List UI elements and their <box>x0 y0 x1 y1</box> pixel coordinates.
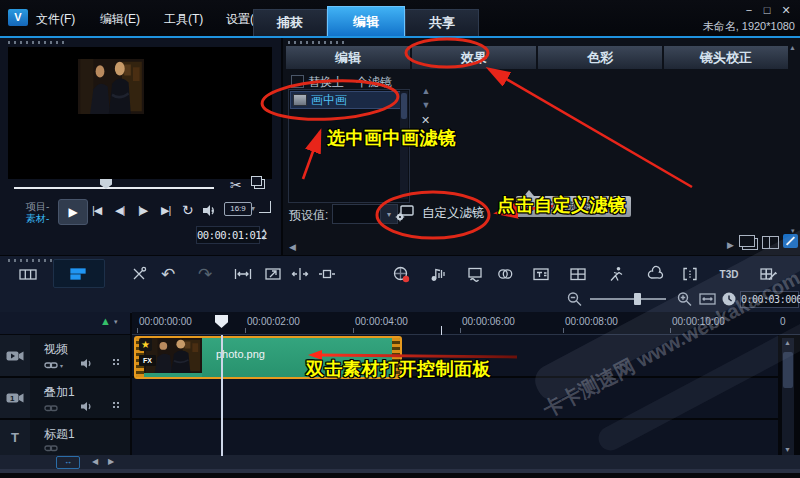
subtitle-editor-icon[interactable] <box>530 262 552 286</box>
clip-filename: photo.png <box>216 348 265 360</box>
menu-tools[interactable]: 工具(T) <box>164 11 203 28</box>
go-end-button[interactable]: ▶| <box>161 204 170 217</box>
customize-toolbar-icon[interactable] <box>128 262 150 286</box>
maximize-button[interactable]: □ <box>759 4 775 16</box>
track-header-video[interactable]: 视频 ▾ <box>0 335 130 378</box>
track-dither-icon[interactable] <box>112 358 121 367</box>
undo-icon[interactable]: ↶ <box>157 262 179 286</box>
clip-star-badge: ★ <box>139 338 152 351</box>
timeline-view-icon[interactable] <box>67 262 89 286</box>
filter-item-picture-in-picture[interactable]: 画中画 <box>290 91 402 109</box>
split-screen-template-icon[interactable] <box>567 262 589 286</box>
timeline-zoom-slider[interactable] <box>590 298 666 300</box>
adjust-screen-size-icon[interactable] <box>262 262 284 286</box>
chain-link-icon[interactable] <box>44 400 59 418</box>
clip-fx-badge: FX <box>139 355 156 366</box>
enlarge-preview-icon2 <box>251 176 262 186</box>
track-mute-icon[interactable] <box>80 401 94 412</box>
overlay-track-icon: 1 <box>0 378 30 418</box>
mask-creator-icon[interactable] <box>644 262 666 286</box>
motion-tracking-icon[interactable] <box>605 262 627 286</box>
scroll-down-icon[interactable]: ▼ <box>784 446 791 453</box>
play-button[interactable]: ▶ <box>58 199 88 225</box>
preview-video-area[interactable] <box>8 47 272 179</box>
option-tab-color[interactable]: 色彩 <box>538 46 662 69</box>
record-capture-icon[interactable] <box>390 262 412 286</box>
chain-caret-icon[interactable]: ▾ <box>60 362 63 369</box>
paint-creator-icon[interactable] <box>464 262 486 286</box>
option-tab-lens-correction[interactable]: 镜头校正 <box>664 46 788 69</box>
sound-mixer-icon[interactable] <box>427 262 449 286</box>
panel-drag-handle2[interactable] <box>288 41 346 44</box>
crop-resize-icon[interactable] <box>259 201 271 213</box>
swap-tracks-button[interactable]: ↔ <box>56 456 80 469</box>
zoom-slider-thumb[interactable] <box>634 293 641 305</box>
track-dither-icon[interactable] <box>112 401 121 410</box>
track-filter-caret-icon[interactable]: ▾ <box>114 318 118 326</box>
video-track-icon <box>0 335 30 376</box>
tab-scroll-up-icon[interactable]: ▲ <box>789 44 796 51</box>
minimize-button[interactable]: − <box>741 4 757 16</box>
annotation-select-filter: 选中画中画滤镜 <box>327 126 457 150</box>
track-mute-icon[interactable] <box>80 358 94 369</box>
multi-camera-icon[interactable] <box>494 262 516 286</box>
title-track-lane[interactable] <box>132 420 778 457</box>
ruler-label: 00:00:00:00 <box>139 316 192 327</box>
customize-filter-icon <box>395 204 415 222</box>
ruler-label: 0 <box>780 316 786 327</box>
options-scroll-right-icon[interactable]: ▶ <box>727 240 734 250</box>
tab-edit[interactable]: 编辑 <box>327 6 405 37</box>
marker-brackets-icon[interactable] <box>679 262 701 286</box>
option-tab-edit[interactable]: 编辑 <box>286 46 410 69</box>
panel-drag-handle[interactable] <box>8 41 66 44</box>
scrub-bar[interactable] <box>14 187 214 189</box>
close-button[interactable]: ✕ <box>778 4 794 17</box>
timeline-footer: ↔ ◀ ▶ <box>0 455 800 469</box>
storyboard-view-icon[interactable] <box>17 262 39 286</box>
volume-icon[interactable] <box>202 204 218 217</box>
menu-edit[interactable]: 编辑(E) <box>100 11 140 28</box>
track-header-title1[interactable]: T 标题1 <box>0 420 130 457</box>
project-name-label: 未命名, 1920*1080 <box>620 19 795 34</box>
tab-capture[interactable]: 捕获 <box>253 9 327 36</box>
preset-dropdown[interactable] <box>332 204 382 224</box>
aspect-caret-icon[interactable]: ▾ <box>251 204 255 213</box>
title-bar: V 文件(F) 编辑(E) 工具(T) 设置(S) 捕获 编辑 共享 − □ ✕… <box>0 0 800 36</box>
track-header-bar: ▲ ▾ <box>0 312 130 334</box>
repeat-button[interactable]: ↻ <box>182 202 194 218</box>
preset-label: 预设值: <box>289 207 328 224</box>
annotation-click-customize: 点击自定义滤镜 <box>497 193 627 217</box>
next-frame-button[interactable]: |▶ <box>138 204 147 217</box>
ripple-edit-icon[interactable] <box>316 262 338 286</box>
filter-move-up-button[interactable]: ▲ <box>419 86 433 96</box>
fit-project-icon[interactable] <box>232 262 254 286</box>
redo-icon[interactable]: ↷ <box>194 262 216 286</box>
layered-panels-icon2 <box>739 235 755 247</box>
prev-frame-button[interactable]: ◀| <box>115 204 124 217</box>
preview-timecode[interactable]: 00:00:01:012 <box>196 226 260 244</box>
split-clip-icon[interactable] <box>289 262 311 286</box>
options-scroll-left-icon[interactable]: ◀ <box>289 242 296 252</box>
clip-mode-label[interactable]: 素材- <box>26 212 49 226</box>
filter-move-down-button[interactable]: ▼ <box>419 100 433 110</box>
title-track-icon: T <box>0 420 30 455</box>
scroll-right-button[interactable]: ▶ <box>108 457 114 466</box>
ruler-label: 00:00:04:00 <box>355 316 408 327</box>
tab-share[interactable]: 共享 <box>405 9 479 36</box>
go-start-button[interactable]: |◀ <box>92 204 101 217</box>
option-tab-effect[interactable]: 效果 <box>412 46 536 69</box>
timecode-stepper[interactable]: ▲▼ <box>261 226 267 242</box>
zoom-out-icon[interactable] <box>566 291 583 311</box>
ruler-label: 00:00:02:00 <box>247 316 300 327</box>
ruler-label: 00:00:06:00 <box>462 316 515 327</box>
window-bottom-edge <box>0 473 800 478</box>
chain-link-icon[interactable] <box>44 357 59 375</box>
track-filter-dropdown-icon[interactable]: ▲ <box>100 315 111 327</box>
aspect-ratio-button[interactable]: 16:9 <box>224 202 252 216</box>
menu-file[interactable]: 文件(F) <box>36 11 75 28</box>
scroll-left-button[interactable]: ◀ <box>92 457 98 466</box>
timeline-playhead-line[interactable] <box>221 335 223 456</box>
split-scissors-icon[interactable]: ✂ <box>230 177 242 193</box>
track-header-overlay1[interactable]: 1 叠加1 <box>0 378 130 420</box>
replace-filter-checkbox[interactable] <box>291 75 304 88</box>
